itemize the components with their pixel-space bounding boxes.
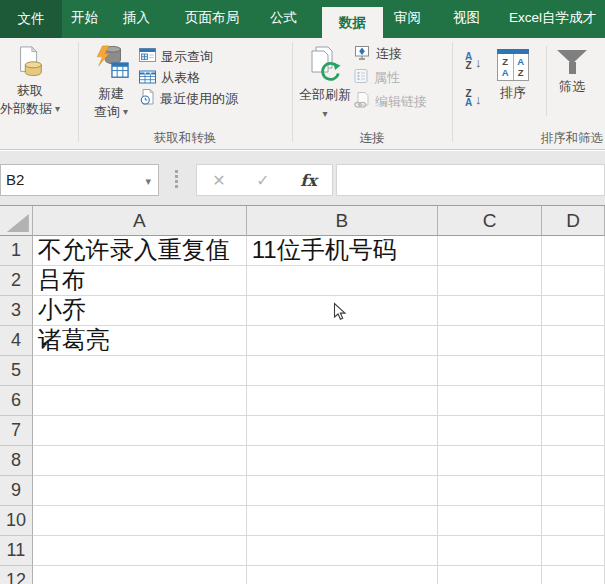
cell-A2[interactable]: 吕布 xyxy=(33,266,247,296)
from-table-button[interactable]: 从表格 xyxy=(139,67,200,89)
cell-D10[interactable] xyxy=(542,506,605,536)
cell-C2[interactable] xyxy=(438,266,542,296)
cell-D2[interactable] xyxy=(542,266,605,296)
cell-C11[interactable] xyxy=(438,536,542,566)
row-header-12[interactable]: 12 xyxy=(0,566,33,584)
cell-B11[interactable] xyxy=(247,536,438,566)
sheet-row-3: 3小乔 xyxy=(0,296,605,326)
cell-C5[interactable] xyxy=(438,356,542,386)
new-query-button[interactable]: 新建 查询 ▾ xyxy=(84,41,138,121)
cancel-icon[interactable]: ✕ xyxy=(212,171,225,190)
cell-B1[interactable]: 11位手机号码 xyxy=(247,236,438,266)
formula-input[interactable] xyxy=(336,164,605,196)
cell-C1[interactable] xyxy=(438,236,542,266)
cell-B12[interactable] xyxy=(247,566,438,584)
cell-B2[interactable] xyxy=(247,266,438,296)
cell-D8[interactable] xyxy=(542,446,605,476)
cell-D1[interactable] xyxy=(542,236,605,266)
tab-page-layout[interactable]: 页面布局 xyxy=(185,0,239,38)
row-header-8[interactable]: 8 xyxy=(0,446,33,476)
column-header-C[interactable]: C xyxy=(438,206,542,236)
cell-C10[interactable] xyxy=(438,506,542,536)
dropdown-arrow-icon: ▾ xyxy=(55,105,60,113)
sheet-row-10: 10 xyxy=(0,506,605,536)
cell-D9[interactable] xyxy=(542,476,605,506)
row-header-2[interactable]: 2 xyxy=(0,266,33,296)
tab-insert[interactable]: 插入 xyxy=(123,0,150,38)
cell-A10[interactable] xyxy=(33,506,247,536)
connections-button[interactable]: 连接 xyxy=(353,43,402,65)
cell-B10[interactable] xyxy=(247,506,438,536)
column-header-A[interactable]: A xyxy=(33,206,247,236)
name-box[interactable]: B2 ▾ xyxy=(0,164,159,196)
row-header-7[interactable]: 7 xyxy=(0,416,33,446)
cell-B7[interactable] xyxy=(247,416,438,446)
filter-button[interactable]: 筛选 xyxy=(549,41,595,96)
cell-C8[interactable] xyxy=(438,446,542,476)
cell-D3[interactable] xyxy=(542,296,605,326)
cell-A4[interactable]: 诸葛亮 xyxy=(33,326,247,356)
row-header-6[interactable]: 6 xyxy=(0,386,33,416)
row-header-9[interactable]: 9 xyxy=(0,476,33,506)
tab-home[interactable]: 开始 xyxy=(71,0,98,38)
sort-asc-letter-bottom: Z xyxy=(463,61,474,70)
show-queries-button[interactable]: 显示查询 xyxy=(139,46,213,68)
enter-icon[interactable]: ✓ xyxy=(256,171,269,190)
cell-A5[interactable] xyxy=(33,356,247,386)
cell-C4[interactable] xyxy=(438,326,542,356)
cell-C9[interactable] xyxy=(438,476,542,506)
new-query-icon xyxy=(92,45,130,85)
cell-A3[interactable]: 小乔 xyxy=(33,296,247,326)
recent-sources-button[interactable]: 最近使用的源 xyxy=(139,88,238,110)
cell-B6[interactable] xyxy=(247,386,438,416)
new-query-label-1: 新建 xyxy=(98,85,124,103)
cell-D12[interactable] xyxy=(542,566,605,584)
cell-A12[interactable] xyxy=(33,566,247,584)
cell-A11[interactable] xyxy=(33,536,247,566)
cell-C3[interactable] xyxy=(438,296,542,326)
insert-function-icon[interactable]: fx xyxy=(300,171,316,190)
cell-B9[interactable] xyxy=(247,476,438,506)
cell-A7[interactable] xyxy=(33,416,247,446)
get-external-data-button[interactable]: 获取 外部数据 ▾ xyxy=(0,41,69,118)
cell-D11[interactable] xyxy=(542,536,605,566)
tab-data-selected[interactable]: 数据 xyxy=(322,7,383,38)
cell-C12[interactable] xyxy=(438,566,542,584)
tab-view[interactable]: 视图 xyxy=(453,0,480,38)
tab-formulas[interactable]: 公式 xyxy=(270,0,297,38)
cell-A6[interactable] xyxy=(33,386,247,416)
column-header-D[interactable]: D xyxy=(542,206,605,236)
cell-A1[interactable]: 不允许录入重复值 xyxy=(33,236,247,266)
tab-custom-addin[interactable]: Excel自学成才 xyxy=(509,0,596,38)
sort-filter-divider xyxy=(546,46,547,116)
row-header-5[interactable]: 5 xyxy=(0,356,33,386)
cell-D6[interactable] xyxy=(542,386,605,416)
row-header-11[interactable]: 11 xyxy=(0,536,33,566)
cell-A8[interactable] xyxy=(33,446,247,476)
column-header-B[interactable]: B xyxy=(247,206,438,236)
tab-file[interactable]: 文件 xyxy=(0,0,62,38)
row-header-4[interactable]: 4 xyxy=(0,326,33,356)
sort-descending-button[interactable]: Z A ↓ xyxy=(463,89,482,107)
cell-C6[interactable] xyxy=(438,386,542,416)
refresh-all-button[interactable]: 全部刷新 ▾ xyxy=(293,41,357,118)
cell-C7[interactable] xyxy=(438,416,542,446)
properties-button: 属性 xyxy=(353,67,400,89)
cell-B4[interactable] xyxy=(247,326,438,356)
cell-B5[interactable] xyxy=(247,356,438,386)
cell-D4[interactable] xyxy=(542,326,605,356)
select-all-corner[interactable] xyxy=(0,206,33,236)
name-box-dropdown-icon[interactable]: ▾ xyxy=(145,176,151,186)
cell-D5[interactable] xyxy=(542,356,605,386)
sort-button[interactable]: Z A A Z 排序 xyxy=(492,41,534,102)
row-header-1[interactable]: 1 xyxy=(0,236,33,266)
cell-A9[interactable] xyxy=(33,476,247,506)
dropdown-arrow-icon: ▾ xyxy=(123,108,128,116)
cell-D7[interactable] xyxy=(542,416,605,446)
sort-ascending-button[interactable]: A Z ↓ xyxy=(463,52,482,70)
ribbon-tab-bar: 文件 开始 插入 页面布局 公式 数据 审阅 视图 Excel自学成才 xyxy=(0,0,605,38)
tab-review[interactable]: 审阅 xyxy=(394,0,421,38)
row-header-3[interactable]: 3 xyxy=(0,296,33,326)
cell-B8[interactable] xyxy=(247,446,438,476)
row-header-10[interactable]: 10 xyxy=(0,506,33,536)
